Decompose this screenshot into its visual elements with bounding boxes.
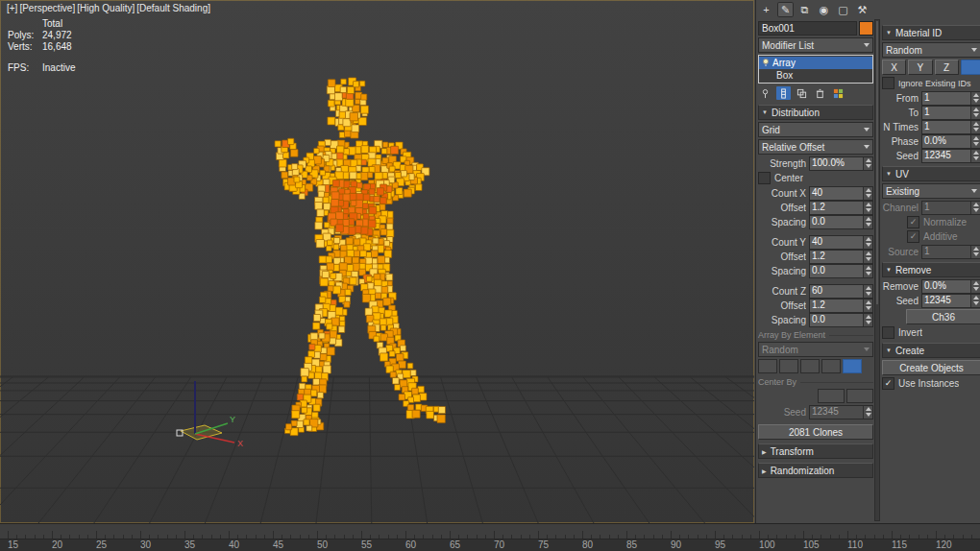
modifier-list-dropdown[interactable]: Modifier List xyxy=(758,37,873,53)
viewport-label-segment[interactable]: [Default Shading] xyxy=(136,3,210,13)
spinner-row: Count Z60 xyxy=(758,284,873,298)
hierarchy-tab-icon[interactable]: ⧉ xyxy=(796,2,813,17)
material-id-axis-button-x[interactable]: X xyxy=(882,60,906,75)
center-checkbox[interactable] xyxy=(758,172,771,184)
uv-mode-dropdown[interactable]: Existing xyxy=(882,183,980,199)
viewport-label-segment[interactable]: [High Quality] xyxy=(77,3,135,13)
rollout-distribution[interactable]: ▼ Distribution xyxy=(758,105,873,120)
center-by-button[interactable] xyxy=(846,389,873,403)
invert-checkbox[interactable] xyxy=(882,326,894,339)
create-objects-button[interactable]: Create Objects xyxy=(882,360,980,375)
spinner-arrows[interactable] xyxy=(863,157,872,170)
center-by-button[interactable] xyxy=(818,389,845,403)
time-track[interactable] xyxy=(0,524,980,539)
remove-modifier-icon[interactable] xyxy=(813,86,827,100)
spinner-arrows[interactable] xyxy=(863,265,872,277)
motion-tab-icon[interactable]: ◉ xyxy=(816,2,832,17)
pin-stack-icon[interactable] xyxy=(758,86,772,100)
ignore-existing-ids-checkbox[interactable] xyxy=(882,77,894,89)
spinner-field[interactable]: 1.2 xyxy=(809,250,873,264)
element-option-button[interactable] xyxy=(800,359,820,373)
material-id-extra-button[interactable] xyxy=(961,60,980,75)
normalize-checkbox[interactable] xyxy=(907,216,919,228)
display-tab-icon[interactable]: ▢ xyxy=(835,2,851,17)
spinner-field[interactable]: 0.0 xyxy=(809,215,873,229)
create-tab-icon[interactable]: + xyxy=(758,2,774,17)
additive-checkbox[interactable] xyxy=(907,230,919,243)
spinner-arrows[interactable] xyxy=(863,187,872,200)
additive-row[interactable]: Additive xyxy=(907,230,980,243)
material-id-axis-button-y[interactable]: Y xyxy=(908,60,932,75)
spinner-field[interactable]: 0.0 xyxy=(809,313,873,327)
spinner-field[interactable]: 12345 xyxy=(921,149,980,163)
spinner-arrows[interactable] xyxy=(863,236,872,249)
rollout-create[interactable]: ▼ Create xyxy=(882,343,980,358)
spinner-field[interactable]: 1.2 xyxy=(809,201,873,215)
show-end-result-icon[interactable] xyxy=(776,86,791,100)
utilities-tab-icon[interactable]: ⚒ xyxy=(854,2,870,17)
center-checkbox-row[interactable]: Center xyxy=(758,172,873,184)
viewport-label-segment[interactable]: [Perspective] xyxy=(19,3,75,13)
spinner-field[interactable]: 0.0 xyxy=(809,264,873,278)
modifier-enable-bulb-icon[interactable] xyxy=(761,58,771,69)
spinner-field[interactable]: 0.0% xyxy=(921,134,980,149)
rollout-material-id[interactable]: ▼ Material ID xyxy=(882,25,980,40)
distribution-type-dropdown[interactable]: Grid xyxy=(758,122,873,137)
spinner-field[interactable]: 1.2 xyxy=(809,299,873,313)
spinner-arrows[interactable] xyxy=(970,92,980,105)
viewport-canvas[interactable]: XY xyxy=(0,0,754,523)
spinner-arrows[interactable] xyxy=(863,251,872,263)
rollout-transform[interactable]: ▶ Transform xyxy=(758,443,873,459)
rollout-uv[interactable]: ▼ UV xyxy=(882,166,980,181)
spinner-arrows[interactable] xyxy=(970,121,980,133)
viewport-label-segment[interactable]: [+] xyxy=(7,3,17,13)
rollout-remove[interactable]: ▼ Remove xyxy=(882,262,980,277)
use-instances-row[interactable]: Use Instances xyxy=(882,377,980,390)
field-label: Channel xyxy=(882,203,919,213)
material-id-axis-button-z[interactable]: Z xyxy=(935,60,959,75)
modifier-stack-item-box[interactable]: Box xyxy=(759,69,872,82)
spinner-field[interactable]: 1 xyxy=(921,91,980,106)
invert-row[interactable]: Invert xyxy=(882,326,980,339)
clones-count-button[interactable]: 2081 Clones xyxy=(758,424,873,440)
object-name-field[interactable]: Box001 xyxy=(758,21,857,36)
spinner-arrows[interactable] xyxy=(863,299,872,312)
spinner-arrows[interactable] xyxy=(863,314,872,326)
remove-pick-button[interactable]: Ch36 xyxy=(906,309,980,324)
spinner-arrows[interactable] xyxy=(970,107,980,119)
element-option-button[interactable] xyxy=(779,359,798,373)
spinner-arrows[interactable] xyxy=(863,216,872,228)
use-instances-checkbox[interactable] xyxy=(882,377,894,390)
spinner-arrows[interactable] xyxy=(970,150,980,162)
configure-modifier-sets-icon[interactable] xyxy=(831,86,845,100)
spinner-field[interactable]: 100.0% xyxy=(809,156,873,171)
make-unique-icon[interactable] xyxy=(795,86,809,100)
spinner-arrows[interactable] xyxy=(970,280,980,293)
uv-channel-row: Channel1 xyxy=(882,201,980,214)
spinner-field[interactable]: 1 xyxy=(921,106,980,120)
element-option-button-active[interactable] xyxy=(843,359,862,373)
spinner-field[interactable]: 60 xyxy=(809,284,873,299)
rollout-randomization[interactable]: ▶ Randomization xyxy=(758,463,873,478)
spinner-arrows[interactable] xyxy=(970,295,980,307)
scrollbar-thumb[interactable] xyxy=(876,21,878,304)
panel-scrollbar[interactable] xyxy=(874,19,880,521)
ignore-existing-ids-row[interactable]: Ignore Existing IDs xyxy=(882,77,980,89)
material-id-mode-dropdown[interactable]: Random xyxy=(882,42,980,58)
spinner-field[interactable]: 40 xyxy=(809,235,873,250)
element-option-button[interactable] xyxy=(821,359,841,373)
modify-tab-icon[interactable]: ✎ xyxy=(777,2,794,17)
spinner-arrows[interactable] xyxy=(863,285,872,298)
modifier-stack-item-array[interactable]: Array xyxy=(759,57,872,69)
spinner-field[interactable]: 12345 xyxy=(921,294,980,308)
spinner-field[interactable]: 40 xyxy=(809,186,873,201)
offset-mode-dropdown[interactable]: Relative Offset xyxy=(758,139,873,155)
spinner-field[interactable]: 1 xyxy=(921,120,980,134)
spinner-field[interactable]: 0.0% xyxy=(921,279,980,294)
element-option-button[interactable] xyxy=(758,359,777,373)
normalize-row[interactable]: Normalize xyxy=(907,216,980,228)
spinner-arrows[interactable] xyxy=(970,135,980,148)
object-color-swatch[interactable] xyxy=(859,21,873,36)
spinner-arrows[interactable] xyxy=(863,202,872,214)
viewport[interactable]: XY [+][Perspective][High Quality][Defaul… xyxy=(0,0,754,523)
